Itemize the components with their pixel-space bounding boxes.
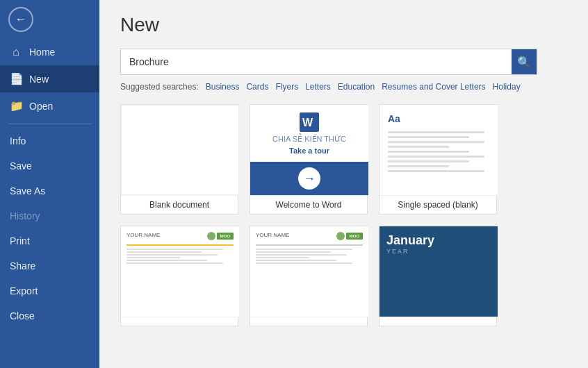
welcome-visual: W CHIA SẺ KIẾN THỨC Take a tour → [250, 105, 368, 195]
resume-line [256, 254, 347, 256]
sidebar-item-label: Home [29, 47, 55, 58]
text-line [388, 141, 484, 143]
search-icon: 🔍 [517, 56, 531, 69]
resume-lines [126, 249, 234, 264]
resume-header: YOUR NAME MOO [126, 232, 234, 240]
sidebar-text-label: Save As [10, 185, 45, 196]
search-input[interactable] [121, 51, 512, 73]
back-button[interactable]: ← [8, 7, 33, 32]
sidebar-item-info[interactable]: Info [0, 128, 99, 153]
suggested-searches: Suggested searches: Business Cards Flyer… [120, 82, 567, 92]
sidebar-item-open[interactable]: 📁 Open [0, 92, 99, 119]
suggested-label: Suggested searches: [120, 82, 199, 92]
text-line [388, 160, 469, 162]
resume-name2: YOUR NAME [256, 232, 289, 238]
welcome-top: W CHIA SẺ KIẾN THỨC Take a tour [250, 105, 368, 162]
sidebar-text-label: Share [10, 260, 35, 271]
suggested-holiday[interactable]: Holiday [493, 82, 521, 92]
templates-grid: Blank document W CHIA SẺ KIẾ [120, 104, 567, 326]
resume-line [256, 260, 336, 261]
sidebar-text-label: History [10, 210, 40, 221]
sidebar-item-save[interactable]: Save [0, 153, 99, 178]
sidebar-text-label: Info [10, 135, 26, 147]
template-resume1[interactable]: YOUR NAME MOO [120, 226, 238, 326]
template-thumb-single: Aa [379, 105, 498, 195]
template-label-calendar [379, 317, 496, 326]
resume-line [126, 262, 223, 264]
resume-line [256, 251, 331, 253]
moo-logo2: MOO [346, 233, 363, 240]
sidebar: ← ⌂ Home 📄 New 📁 Open Info Save Save As … [0, 0, 99, 368]
arrow-right-icon: → [298, 167, 320, 190]
resume-line [126, 251, 202, 253]
search-button[interactable]: 🔍 [512, 49, 537, 74]
blank-doc-visual [121, 105, 239, 195]
new-doc-icon: 📄 [10, 72, 22, 85]
moo-leaf-icon2 [336, 232, 345, 240]
sidebar-item-history: History [0, 203, 99, 228]
template-welcome[interactable]: W CHIA SẺ KIẾN THỨC Take a tour → Welcom [250, 104, 368, 215]
welcome-text: Take a tour [289, 147, 329, 155]
resume1-visual: YOUR NAME MOO [121, 226, 239, 317]
resume-line [126, 254, 218, 256]
sidebar-item-home[interactable]: ⌂ Home [0, 39, 99, 65]
text-line [388, 151, 469, 153]
text-line [388, 136, 469, 138]
template-label-blank: Blank document [121, 195, 238, 214]
template-thumb-resume1: YOUR NAME MOO [121, 226, 239, 317]
main-content: New 🔍 Suggested searches: Business Cards… [99, 0, 588, 368]
sidebar-text-label: Export [10, 285, 38, 296]
text-line [388, 146, 449, 148]
template-resume2[interactable]: YOUR NAME MOO [250, 226, 368, 326]
template-thumb-welcome: W CHIA SẺ KIẾN THỨC Take a tour → [250, 105, 368, 195]
home-icon: ⌂ [10, 46, 22, 58]
template-single-spaced[interactable]: Aa Single spaced (blank) [379, 104, 497, 215]
suggested-letters[interactable]: Letters [305, 82, 331, 92]
resume-lines2 [256, 249, 363, 264]
template-thumb-resume2: YOUR NAME MOO [250, 226, 368, 317]
moo-leaf-icon [207, 232, 215, 240]
welcome-bottom: → [250, 162, 368, 195]
template-label-single: Single spaced (blank) [379, 195, 496, 214]
word-logo-icon: W [300, 112, 319, 132]
resume-line [126, 260, 207, 261]
sidebar-item-print[interactable]: Print [0, 228, 99, 253]
template-label-resume1 [121, 317, 238, 326]
resume-divider [126, 244, 234, 246]
template-calendar[interactable]: January YEAR [379, 226, 497, 326]
template-thumb-blank [121, 105, 239, 195]
sidebar-item-save-as[interactable]: Save As [0, 178, 99, 203]
sidebar-item-new[interactable]: 📄 New [0, 65, 99, 92]
template-label-resume2 [250, 317, 367, 326]
resume-name: YOUR NAME [126, 232, 160, 238]
sidebar-item-label: New [29, 74, 49, 85]
sidebar-item-share[interactable]: Share [0, 253, 99, 278]
suggested-education[interactable]: Education [338, 82, 375, 92]
page-title: New [120, 14, 567, 36]
sidebar-item-export[interactable]: Export [0, 278, 99, 303]
moo-logo: MOO [217, 233, 234, 240]
suggested-flyers[interactable]: Flyers [275, 82, 298, 92]
single-visual: Aa [379, 105, 498, 195]
template-blank[interactable]: Blank document [120, 104, 238, 215]
text-line [388, 165, 449, 167]
suggested-resumes[interactable]: Resumes and Cover Letters [382, 82, 485, 92]
suggested-cards[interactable]: Cards [246, 82, 268, 92]
sidebar-item-close[interactable]: Close [0, 303, 99, 328]
svg-text:W: W [302, 117, 313, 128]
resume-line [256, 249, 352, 250]
text-line [388, 131, 484, 133]
back-icon: ← [15, 13, 26, 26]
resume-divider2 [256, 244, 363, 246]
calendar-visual: January YEAR [379, 226, 498, 317]
sidebar-text-label: Save [10, 160, 32, 172]
search-bar: 🔍 [120, 49, 537, 75]
sidebar-text-label: Close [10, 310, 35, 321]
suggested-business[interactable]: Business [206, 82, 240, 92]
text-line [388, 170, 484, 172]
resume-line [126, 249, 223, 250]
template-label-welcome: Welcome to Word [250, 195, 367, 214]
sidebar-item-label: Open [29, 101, 53, 112]
resume-line [256, 257, 309, 258]
sidebar-text-label: Print [10, 235, 30, 246]
